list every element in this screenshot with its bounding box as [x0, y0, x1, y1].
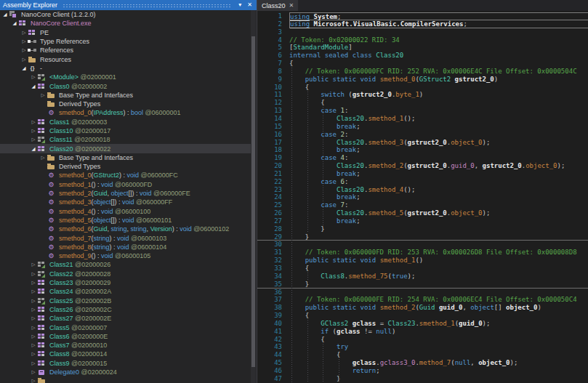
code-line-text[interactable]: }	[289, 225, 588, 233]
code-line-text[interactable]: Class20.smethod_3(gstruct2_0.object_0);	[289, 139, 588, 147]
collapse-arrow-icon[interactable]: ◢	[11, 19, 18, 28]
collapse-arrow-icon[interactable]: ◢	[30, 145, 37, 153]
expand-arrow-icon[interactable]: ▷	[30, 135, 37, 144]
tree-row[interactable]: ▷Class23 @02000029	[0, 278, 251, 287]
tree-row[interactable]: ⚙smethod_9() : void @06000105	[0, 251, 251, 260]
expand-arrow-icon[interactable]: ▷	[30, 260, 37, 269]
expand-arrow-icon[interactable]: ▷	[39, 91, 47, 100]
tree-scrollbar[interactable]	[251, 10, 256, 383]
tree-row[interactable]: ▷Class21 @02000026	[0, 260, 251, 269]
code-line-text[interactable]: using Microsoft.VisualBasic.CompilerServ…	[289, 20, 588, 28]
code-line-text[interactable]: break;	[289, 170, 588, 178]
tree-row[interactable]: ▷Class22 @02000028	[0, 270, 251, 278]
code-line-text[interactable]: public static void smethod_0(GStruct2 gs…	[289, 76, 588, 84]
tree-row[interactable]: ▷Class1 @02000003	[0, 118, 251, 126]
tree-row[interactable]: ▷Base Type and Interfaces	[0, 91, 251, 100]
expand-arrow-icon[interactable]: ▷	[30, 341, 37, 350]
panel-close-icon[interactable]: ✕	[246, 0, 254, 10]
collapse-arrow-icon[interactable]: ◢	[20, 64, 28, 73]
code-line-text[interactable]: }	[289, 233, 588, 241]
expand-arrow-icon[interactable]: ▷	[20, 46, 28, 55]
code-line-text[interactable]: // Token: 0x060000FC RID: 252 RVA: 0x000…	[289, 68, 588, 76]
code-line-text[interactable]: {	[289, 265, 588, 273]
code-line-text[interactable]: break;	[289, 217, 588, 225]
code-line-text[interactable]: case 6:	[289, 178, 588, 186]
expand-arrow-icon[interactable]: ▷	[30, 126, 37, 135]
tree-row[interactable]: ⚙smethod_5(object[]) : void @06000101	[0, 216, 251, 225]
tree-row[interactable]: ▷Class27 @0200002E	[0, 314, 251, 323]
code-line-text[interactable]: Class20.smethod_4();	[289, 186, 588, 194]
code-line-text[interactable]: case 7:	[289, 201, 588, 209]
tree-scrollbar-thumb[interactable]	[251, 36, 255, 367]
tab-close-icon[interactable]: ✕	[289, 2, 294, 9]
tree-row[interactable]: ◢Class0 @02000002	[0, 81, 251, 90]
tree-row[interactable]: ▷Class7 @02000010	[0, 341, 251, 350]
code-line-text[interactable]	[289, 241, 588, 249]
expand-arrow-icon[interactable]: ▷	[30, 323, 37, 332]
tree-row[interactable]: ⚙smethod_0(IPAddress) : bool @06000001	[0, 108, 251, 117]
tree-row[interactable]: ▷Class8 @02000014	[0, 350, 251, 358]
tree-row[interactable]: ▷<Module> @02000001	[0, 73, 251, 81]
code-line-text[interactable]: {	[289, 99, 588, 107]
code-line-text[interactable]: Class20.smethod_5(gstruct2_0.object_0);	[289, 209, 588, 217]
expand-arrow-icon[interactable]: ▷	[30, 270, 37, 278]
tree-row[interactable]: ▷PE	[0, 28, 251, 37]
expand-arrow-icon[interactable]: ▷	[20, 55, 28, 64]
collapse-arrow-icon[interactable]: ◢	[30, 82, 37, 91]
code-line-text[interactable]: internal sealed class Class20	[289, 52, 588, 60]
code-line-text[interactable]: {	[289, 336, 588, 344]
tree-row[interactable]: ▷Class6 @0200000E	[0, 332, 251, 341]
expand-arrow-icon[interactable]: ▷	[20, 37, 28, 46]
code-line-text[interactable]: break;	[289, 146, 588, 154]
tree-row[interactable]: ▷Resources	[0, 55, 251, 63]
collapse-arrow-icon[interactable]: ◢	[1, 10, 9, 19]
code-line-text[interactable]: Class20.smethod_1();	[289, 115, 588, 123]
expand-arrow-icon[interactable]: ▷	[30, 73, 37, 81]
tree-row[interactable]: ◢NanoCore Client.exe	[0, 19, 251, 28]
tree-row[interactable]: ▷Class24 @0200002A	[0, 287, 251, 296]
expand-arrow-icon[interactable]: ▷	[30, 350, 37, 358]
expand-arrow-icon[interactable]: ▷	[30, 118, 37, 126]
tree-row[interactable]: ⚙smethod_4() : void @06000100	[0, 207, 251, 216]
code-line-text[interactable]: // Token: 0x060000FD RID: 253 RVA: 0x000…	[289, 249, 588, 257]
tree-row[interactable]: ⚙smethod_2(Guid, object[]) : void @06000…	[0, 189, 251, 198]
code-line-text[interactable]: try	[289, 343, 588, 351]
code-line-text[interactable]: }	[289, 281, 588, 289]
code-line-text[interactable]: switch (gstruct2_0.byte_1)	[289, 91, 588, 99]
code-line-text[interactable]: if (gclass != null)	[289, 328, 588, 336]
expand-arrow-icon[interactable]: ▷	[30, 287, 37, 296]
code-line-text[interactable]: case 4:	[289, 154, 588, 162]
code-line-text[interactable]: }	[289, 375, 588, 383]
code-line-text[interactable]: return;	[289, 367, 588, 375]
tree-row[interactable]: ▷Class25 @0200002B	[0, 297, 251, 305]
code-line-text[interactable]: // Token: 0x060000FE RID: 254 RVA: 0x000…	[289, 296, 588, 304]
code-line-text[interactable]: Class8.smethod_75(true);	[289, 273, 588, 281]
tab-class20[interactable]: Class20 ✕	[257, 0, 298, 11]
code-line-text[interactable]: Class20.smethod_2(gstruct2_0.guid_0, gst…	[289, 162, 588, 170]
tree-row[interactable]: ◢{}-	[0, 64, 251, 73]
tree-row[interactable]: ▷Base Type and Interfaces	[0, 153, 251, 162]
code-line-text[interactable]: case 1:	[289, 107, 588, 115]
code-line-text[interactable]: {	[289, 312, 588, 320]
tree-row[interactable]: ◢NanoCore Client (1.2.2.0)	[0, 10, 251, 19]
panel-menu-caret-icon[interactable]: ▾	[237, 0, 243, 10]
tree-row[interactable]: ▷Class5 @02000007	[0, 323, 251, 331]
expand-arrow-icon[interactable]: ▷	[30, 376, 37, 383]
tree-row[interactable]: ⚙smethod_8(string) : void @06000104	[0, 243, 251, 251]
code-line-text[interactable]: gclass.gclass3_0.method_7(null, object_0…	[289, 359, 588, 367]
expand-arrow-icon[interactable]: ▷	[39, 153, 47, 162]
expand-arrow-icon[interactable]: ▷	[30, 278, 37, 287]
code-line-text[interactable]	[289, 28, 588, 36]
expand-arrow-icon[interactable]: ▷	[30, 332, 37, 341]
tree-row[interactable]: ▷References	[0, 46, 251, 55]
expand-arrow-icon[interactable]: ▷	[30, 359, 37, 368]
tree-row[interactable]: ▷Class10 @02000017	[0, 126, 251, 135]
code-line-text[interactable]: [StandardModule]	[289, 44, 588, 52]
expand-arrow-icon[interactable]: ▷	[30, 297, 37, 305]
tree-row[interactable]: ▷Type References	[0, 37, 251, 46]
code-line-text[interactable]: GClass2 gclass = Class23.smethod_1(guid_…	[289, 320, 588, 328]
expand-arrow-icon[interactable]: ▷	[30, 314, 37, 323]
tree-row[interactable]: ⚙smethod_1() : void @060000FD	[0, 180, 251, 189]
tree-row[interactable]: ▷Class11 @02000018	[0, 135, 251, 144]
tree-row[interactable]: Derived Types	[0, 162, 251, 171]
